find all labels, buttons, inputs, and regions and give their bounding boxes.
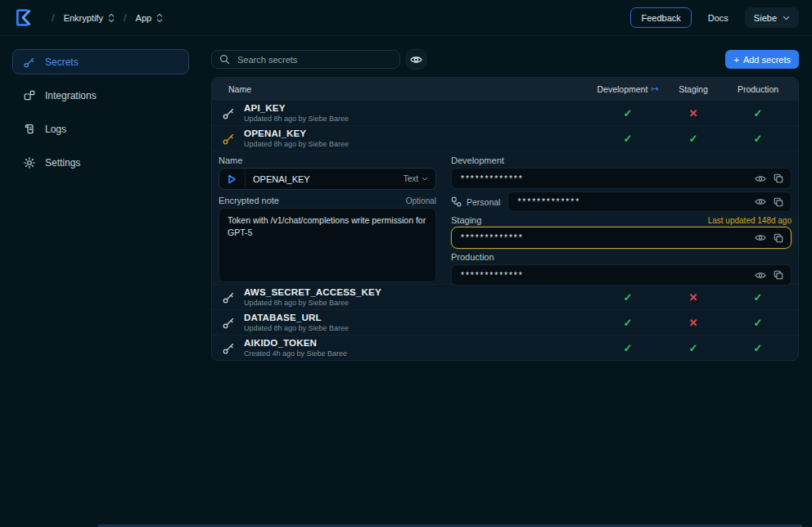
key-icon xyxy=(222,106,236,120)
production-secret-input[interactable] xyxy=(459,270,747,281)
secret-name-cell: AWS_SECRET_ACCESS_KEY Updated 8h ago by … xyxy=(222,287,592,307)
development-secret-input[interactable] xyxy=(459,173,747,184)
copy-icon xyxy=(774,270,783,280)
personal-secret-input[interactable] xyxy=(516,196,747,207)
encrypted-note-textarea[interactable]: Token with /v1/chat/completions write pe… xyxy=(219,208,436,282)
type-selected-value: Text xyxy=(404,174,418,183)
status-production[interactable]: ✓ xyxy=(723,317,793,329)
secret-name-input[interactable] xyxy=(246,174,404,184)
production-label: Production xyxy=(451,253,792,262)
status-development[interactable]: ✓ xyxy=(592,133,664,145)
table-header: Name Development ↦ Staging Production xyxy=(212,78,798,100)
sidebar-item-label: Secrets xyxy=(45,56,79,68)
status-production[interactable]: ✓ xyxy=(723,133,793,145)
gear-icon xyxy=(23,156,36,169)
integrations-grid-icon xyxy=(23,89,36,102)
status-development[interactable]: ✓ xyxy=(592,317,664,329)
key-icon xyxy=(222,291,236,304)
reveal-staging-button[interactable] xyxy=(755,233,766,242)
development-secret-field xyxy=(451,168,792,189)
staging-header: Staging Last updated 148d ago xyxy=(451,216,792,225)
eye-icon xyxy=(410,55,422,65)
key-icon xyxy=(222,341,236,355)
column-header-name: Name xyxy=(228,84,592,94)
secrets-toolbar: + Add secrets xyxy=(211,49,799,70)
column-header-staging-label: Staging xyxy=(679,84,708,94)
secret-name: AIKIDO_TOKEN xyxy=(244,338,347,348)
secret-name-cell: AIKIDO_TOKEN Created 4h ago by Siebe Bar… xyxy=(222,338,592,358)
type-select[interactable]: Text xyxy=(404,174,435,183)
breadcrumb-separator: / xyxy=(52,11,55,24)
editor-left-column: Name Text Encrypted note Optional Token … xyxy=(219,151,436,282)
chevron-down-icon xyxy=(422,177,428,181)
docs-link[interactable]: Docs xyxy=(708,13,729,23)
secret-name-field: Text xyxy=(219,168,436,190)
reveal-personal-button[interactable] xyxy=(755,197,766,206)
staging-label: Staging xyxy=(451,216,481,225)
staging-secret-field xyxy=(451,227,792,249)
status-staging[interactable]: ✕ xyxy=(664,107,723,119)
table-row[interactable]: AWS_SECRET_ACCESS_KEY Updated 8h ago by … xyxy=(212,284,798,309)
status-production[interactable]: ✓ xyxy=(723,342,793,354)
sidebar-item-label: Integrations xyxy=(45,90,97,101)
status-production[interactable]: ✓ xyxy=(723,291,793,304)
copy-development-button[interactable] xyxy=(774,173,783,183)
status-staging[interactable]: ✓ xyxy=(664,133,723,145)
run-button[interactable] xyxy=(219,169,246,189)
development-sync-icon[interactable]: ↦ xyxy=(651,83,658,94)
secret-name-cell: DATABASE_URL Updated 8h ago by Siebe Bar… xyxy=(222,313,592,332)
sidebar-item-logs[interactable]: Logs xyxy=(12,116,189,142)
secret-meta: Updated 8h ago by Siebe Baree xyxy=(244,299,381,307)
key-icon xyxy=(222,316,236,330)
sidebar-item-integrations[interactable]: Integrations xyxy=(12,83,189,108)
secret-name-cell: OPENAI_KEY Updated 8h ago by Siebe Baree xyxy=(222,128,592,148)
search-input[interactable] xyxy=(236,54,392,65)
sidebar-item-settings[interactable]: Settings xyxy=(12,150,189,175)
name-field-label: Name xyxy=(219,156,436,165)
user-menu-button[interactable]: Siebe xyxy=(745,7,799,28)
copy-staging-button[interactable] xyxy=(774,233,783,243)
secret-meta: Created 4h ago by Siebe Baree xyxy=(244,349,347,358)
project-selector[interactable]: App xyxy=(136,13,164,23)
table-row[interactable]: OPENAI_KEY Updated 8h ago by Siebe Baree… xyxy=(212,125,798,151)
sidebar-item-secrets[interactable]: Secrets xyxy=(12,49,189,74)
status-development[interactable]: ✓ xyxy=(592,342,664,354)
copy-personal-button[interactable] xyxy=(774,197,783,207)
copy-icon xyxy=(774,197,783,207)
copy-production-button[interactable] xyxy=(774,270,783,280)
secrets-table: Name Development ↦ Staging Production AP… xyxy=(211,77,799,361)
status-staging[interactable]: ✓ xyxy=(664,342,723,354)
personal-override-row: Personal xyxy=(451,191,792,212)
enkryptify-logo-icon[interactable] xyxy=(13,7,34,28)
reveal-development-button[interactable] xyxy=(755,174,766,183)
add-secrets-button[interactable]: + Add secrets xyxy=(725,50,799,69)
reveal-production-button[interactable] xyxy=(755,271,766,280)
eye-icon xyxy=(755,271,766,280)
updown-chevron-icon xyxy=(156,13,163,23)
key-icon xyxy=(222,132,236,146)
column-header-development: Development ↦ xyxy=(592,83,664,94)
status-staging[interactable]: ✕ xyxy=(664,291,723,304)
status-development[interactable]: ✓ xyxy=(592,291,664,304)
breadcrumb-separator: / xyxy=(124,11,127,24)
logs-scroll-icon xyxy=(23,123,36,136)
reveal-all-button[interactable] xyxy=(406,49,426,70)
editor-right-column: Development Personal xyxy=(451,151,792,286)
updown-chevron-icon xyxy=(108,13,115,23)
secret-name: AWS_SECRET_ACCESS_KEY xyxy=(244,287,381,297)
table-row[interactable]: AIKIDO_TOKEN Created 4h ago by Siebe Bar… xyxy=(212,335,798,360)
table-row[interactable]: DATABASE_URL Updated 8h ago by Siebe Bar… xyxy=(212,309,798,335)
status-development[interactable]: ✓ xyxy=(592,107,664,119)
feedback-button[interactable]: Feedback xyxy=(630,7,691,28)
staging-secret-input[interactable] xyxy=(459,232,747,243)
workspace-selector[interactable]: Enkryptify xyxy=(64,13,115,23)
production-secret-field xyxy=(451,264,792,286)
column-header-development-label: Development xyxy=(597,84,647,94)
status-production[interactable]: ✓ xyxy=(723,107,793,119)
sidebar: Secrets Integrations Logs Settings xyxy=(0,36,201,527)
status-staging[interactable]: ✕ xyxy=(664,317,723,329)
secret-meta: Updated 8h ago by Siebe Baree xyxy=(244,324,349,332)
table-row[interactable]: API_KEY Updated 8h ago by Siebe Baree ✓ … xyxy=(212,100,798,125)
top-bar: / Enkryptify / App Feedback Docs Siebe xyxy=(0,0,812,36)
search-box xyxy=(211,50,400,69)
